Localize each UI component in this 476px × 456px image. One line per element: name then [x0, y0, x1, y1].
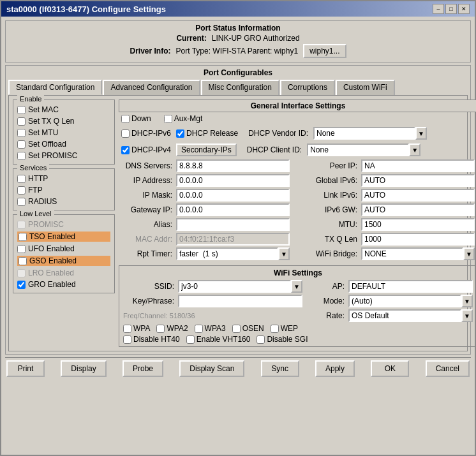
enable-vht160-checkbox[interactable] — [186, 335, 195, 344]
wpa2-opt: WPA2 — [156, 324, 188, 333]
print-button[interactable]: Print — [6, 360, 45, 377]
tx-q-input[interactable] — [361, 233, 475, 246]
wifi-bridge-input[interactable] — [361, 247, 463, 260]
rate-arrow[interactable]: ▼ — [461, 309, 473, 322]
set-promisc-label: Set PROMISC — [28, 151, 77, 160]
ipv6-gw-label: IPv6 GW: — [294, 205, 357, 214]
gro-enabled-row: GRO Enabled — [17, 280, 110, 289]
ap-input[interactable] — [348, 280, 473, 293]
dhcp-ipv6-opt: DHCP-IPv6 — [121, 129, 171, 138]
sync-button[interactable]: Sync — [261, 360, 299, 377]
wpa3-checkbox[interactable] — [195, 325, 203, 333]
set-promisc-checkbox[interactable] — [17, 152, 26, 160]
set-mac-checkbox[interactable] — [17, 106, 26, 114]
aux-mgt-checkbox[interactable] — [164, 115, 172, 123]
key-phrase-input[interactable] — [178, 295, 302, 307]
osen-checkbox[interactable] — [232, 325, 241, 333]
ftp-checkbox[interactable] — [17, 186, 26, 195]
alias-input[interactable] — [176, 218, 290, 231]
http-row: HTTP — [17, 174, 110, 183]
ftp-label: FTP — [28, 186, 43, 195]
tab-misc-configuration[interactable]: Misc Configuration — [201, 80, 279, 95]
dhcp-release-label: DHCP Release — [186, 129, 238, 138]
gso-enabled-checkbox[interactable] — [19, 257, 27, 265]
dhcp-release-checkbox[interactable] — [176, 129, 184, 138]
set-offload-label: Set Offload — [28, 140, 66, 149]
dhcp-client-input[interactable] — [307, 143, 409, 156]
ip-mask-label: IP Mask: — [121, 191, 172, 200]
peer-ip-label: Peer IP: — [294, 161, 357, 170]
configurables-section: Port Configurables Standard Configuratio… — [5, 65, 471, 355]
display-button[interactable]: Display — [61, 360, 106, 377]
ssid-arrow[interactable]: ▼ — [291, 280, 302, 293]
wpa3-opt: WPA3 — [195, 324, 226, 333]
tab-advanced-configuration[interactable]: Advanced Configuration — [103, 80, 200, 95]
wifi-bridge-arrow[interactable]: ▼ — [463, 247, 475, 260]
tso-enabled-checkbox[interactable] — [19, 233, 27, 241]
ufo-enabled-row: UFO Enabled — [17, 244, 110, 253]
secondary-ips-button[interactable]: Secondary-IPs — [176, 143, 237, 156]
rpt-timer-input[interactable] — [176, 247, 278, 260]
tab-custom-wifi[interactable]: Custom WiFi — [336, 80, 395, 95]
tab-bar: Standard Configuration Advanced Configur… — [8, 80, 468, 95]
mode-arrow[interactable]: ▼ — [461, 295, 473, 307]
apply-button[interactable]: Apply — [315, 360, 355, 377]
right-panel: General Interface Settings Down Aux-Mgt — [119, 99, 476, 347]
close-button[interactable]: ✕ — [458, 4, 470, 14]
wifi-grid: SSID: ▼ AP: Key/Phrase: Mode: — [123, 280, 473, 322]
wpa2-checkbox[interactable] — [156, 325, 165, 333]
disable-ht40-checkbox[interactable] — [123, 335, 131, 344]
ssid-label: SSID: — [123, 282, 174, 291]
set-tx-q-len-checkbox[interactable] — [17, 117, 26, 126]
link-ipv6-input[interactable] — [361, 189, 475, 202]
dhcp-ipv4-checkbox[interactable] — [121, 146, 130, 154]
tab-corruptions[interactable]: Corruptions — [280, 80, 335, 95]
mode-input[interactable] — [348, 295, 461, 307]
display-scan-button[interactable]: Display Scan — [179, 360, 244, 377]
dhcp-vendor-input[interactable] — [313, 127, 415, 140]
peer-ip-input[interactable] — [361, 159, 475, 172]
ufo-enabled-checkbox[interactable] — [17, 245, 26, 253]
set-offload-checkbox[interactable] — [17, 140, 26, 149]
wiphy-button[interactable]: wiphy1... — [303, 44, 346, 58]
radius-checkbox[interactable] — [17, 198, 26, 206]
http-checkbox[interactable] — [17, 175, 26, 183]
global-ipv6-input[interactable] — [361, 174, 475, 187]
down-checkbox[interactable] — [121, 115, 130, 123]
minimize-button[interactable]: – — [433, 4, 444, 14]
ok-button[interactable]: OK — [371, 360, 409, 377]
set-mac-label: Set MAC — [28, 105, 59, 114]
maximize-button[interactable]: □ — [445, 4, 457, 14]
row-dhcp-ipv6: DHCP-IPv6 DHCP Release DHCP Vendor ID: ▼ — [119, 125, 476, 142]
set-mtu-checkbox[interactable] — [17, 129, 26, 137]
wep-checkbox[interactable] — [271, 325, 279, 333]
wpa-checkbox[interactable] — [123, 325, 131, 333]
main-panel: Enable Set MAC Set TX Q Len Set MTU — [8, 95, 468, 351]
dhcp-vendor-select-wrap: ▼ — [313, 127, 371, 140]
wifi-settings-title: WiFi Settings — [123, 268, 473, 277]
ip-addr-input[interactable] — [176, 174, 290, 187]
tab-standard-configuration[interactable]: Standard Configuration — [8, 80, 102, 95]
ssid-input[interactable] — [178, 280, 291, 293]
rpt-timer-arrow[interactable]: ▼ — [278, 247, 290, 260]
gateway-ip-input[interactable] — [176, 203, 290, 216]
radius-label: RADIUS — [28, 197, 57, 206]
gro-enabled-checkbox[interactable] — [17, 281, 26, 289]
rate-input[interactable] — [348, 309, 461, 322]
main-window: sta0000 (lf0313-6477) Configure Settings… — [0, 0, 476, 456]
aux-mgt-label: Aux-Mgt — [174, 114, 203, 123]
ipv6-gw-input[interactable] — [361, 203, 475, 216]
cancel-button[interactable]: Cancel — [426, 360, 470, 377]
wep-opt: WEP — [271, 324, 298, 333]
window-title: sta0000 (lf0313-6477) Configure Settings — [6, 4, 166, 14]
disable-sgi-checkbox[interactable] — [257, 335, 265, 344]
dhcp-client-arrow[interactable]: ▼ — [409, 143, 420, 156]
driver-value: Port Type: WIFI-STA Parent: wiphy1 — [176, 47, 299, 55]
dhcp-ipv6-checkbox[interactable] — [121, 129, 130, 138]
mtu-input[interactable] — [361, 218, 475, 231]
key-phrase-label: Key/Phrase: — [123, 297, 174, 305]
dhcp-vendor-arrow[interactable]: ▼ — [415, 127, 427, 140]
ip-mask-input[interactable] — [176, 189, 290, 202]
probe-button[interactable]: Probe — [123, 360, 163, 377]
dns-input[interactable] — [176, 159, 290, 172]
